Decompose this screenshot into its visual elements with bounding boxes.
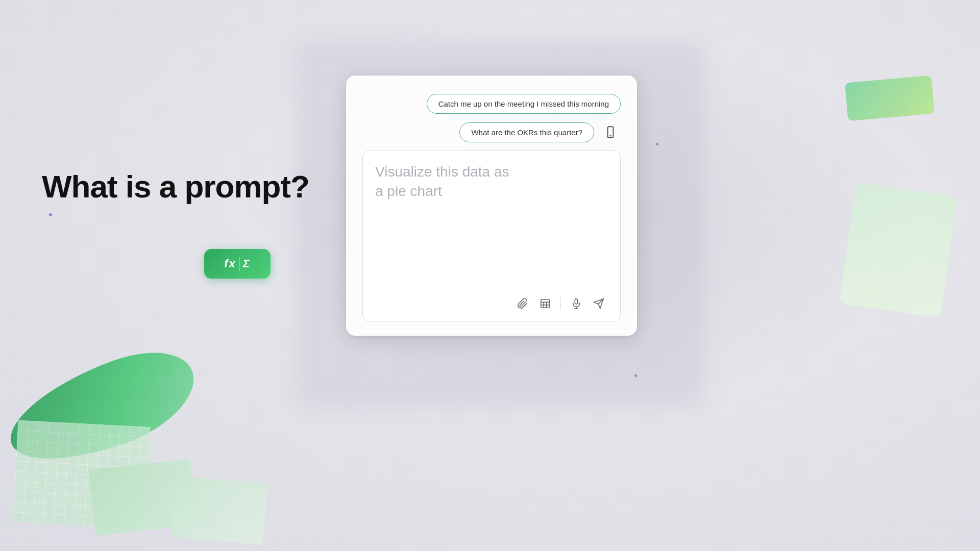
main-heading: What is a prompt? — [42, 168, 309, 205]
chip-row-1: Catch me up on the meeting I missed this… — [362, 94, 621, 114]
chip-okrs[interactable]: What are the OKRs this quarter? — [459, 122, 594, 142]
main-card: Catch me up on the meeting I missed this… — [346, 76, 637, 336]
dot-accent-2 — [634, 374, 637, 377]
input-toolbar — [375, 294, 608, 313]
chip-meeting-label: Catch me up on the meeting I missed this… — [438, 99, 609, 108]
svg-rect-2 — [541, 299, 550, 308]
input-placeholder-text: Visualize this data asa pie chart — [375, 162, 608, 201]
fx-button[interactable]: fx Σ — [204, 249, 271, 279]
attach-button[interactable] — [513, 294, 532, 313]
deco-postit-2 — [171, 475, 268, 544]
heading-line1: What is a prompt? — [42, 169, 309, 204]
fx-label: fx — [224, 257, 236, 270]
attach-icon — [517, 298, 528, 309]
dot-accent-3 — [656, 143, 658, 145]
mic-button[interactable] — [567, 294, 585, 313]
dot-accent-1 — [49, 213, 52, 216]
chip-meeting[interactable]: Catch me up on the meeting I missed this… — [427, 94, 621, 114]
table-button[interactable] — [536, 294, 554, 313]
deco-green-top-card — [845, 76, 935, 121]
chip-row-2: What are the OKRs this quarter? — [362, 122, 621, 142]
mic-icon — [571, 298, 582, 309]
table-icon — [540, 298, 551, 309]
fx-divider — [239, 257, 240, 271]
deco-light-right-card — [839, 182, 957, 317]
chip-okrs-label: What are the OKRs this quarter? — [471, 128, 582, 137]
prompt-input-area[interactable]: Visualize this data asa pie chart — [362, 151, 621, 321]
svg-rect-7 — [575, 299, 578, 304]
toolbar-divider — [560, 297, 561, 310]
send-icon — [593, 298, 604, 309]
send-button[interactable] — [590, 294, 608, 313]
sigma-label: Σ — [243, 257, 251, 270]
phone-icon-svg — [604, 126, 617, 139]
phone-icon[interactable] — [600, 122, 621, 142]
